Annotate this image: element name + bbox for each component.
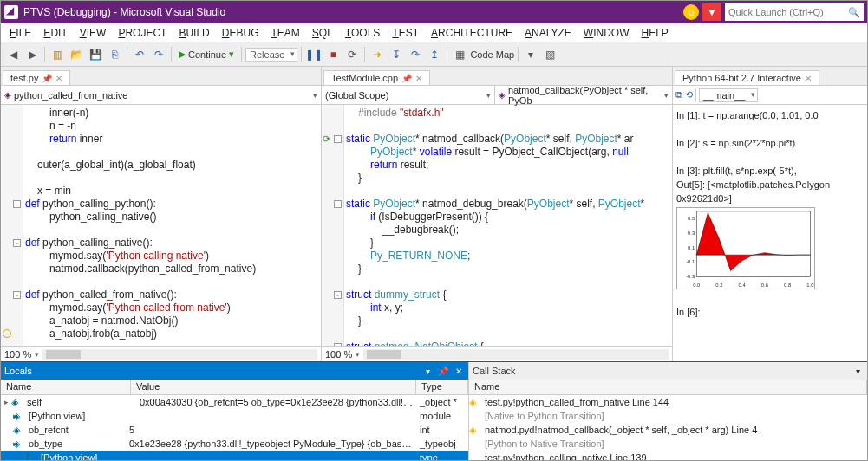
open-file-icon[interactable]: 📂 [68,46,85,63]
stop-icon[interactable]: ■ [324,46,342,63]
code-line[interactable] [25,276,319,289]
menu-help[interactable]: HELP [636,25,674,41]
close-icon[interactable]: ✕ [453,365,465,377]
restart-icon[interactable]: ⟳ [343,46,361,63]
undo-icon[interactable]: ↶ [131,46,148,63]
code-line[interactable] [25,172,319,185]
code-line[interactable]: return result; [346,159,670,172]
fold-icon[interactable]: - [334,291,342,299]
menu-edit[interactable]: EDIT [38,25,72,41]
codemap-label[interactable]: Code Map [470,49,514,60]
toolbar-extra2-icon[interactable]: ▧ [541,46,558,63]
menu-file[interactable]: FILE [4,25,36,41]
col-name[interactable]: Name [469,380,867,394]
close-icon[interactable]: ✕ [415,74,422,83]
new-project-icon[interactable]: ▥ [49,46,66,63]
locals-row[interactable]: ▸◈ob_type0x1e23ee28 {python33.dll!_typeo… [1,437,468,451]
locals-header[interactable]: Locals ▾ 📌 ✕ [1,362,468,380]
code-line[interactable] [346,120,670,133]
expand-icon[interactable]: ▾ [1,453,25,460]
code-line[interactable]: mymod.say('Python calling native') [25,250,319,263]
menu-sql[interactable]: SQL [307,25,338,41]
fold-icon[interactable]: - [13,239,21,247]
code-line[interactable]: static PyObject* natmod_callback(PyObjec… [346,133,670,146]
locals-rows[interactable]: ▸◈self0x00a43030 {ob_refcnt=5 ob_type=0x… [1,395,468,460]
code-line[interactable]: } [346,172,670,185]
code-line[interactable]: } [346,315,670,328]
code-line[interactable] [25,146,319,159]
code-line[interactable] [346,276,670,289]
callstack-row[interactable]: ◈test.py!python_called_from_native Line … [469,395,867,409]
code-line[interactable]: } [346,263,670,276]
menu-tools[interactable]: TOOLS [340,25,385,41]
h-scrollbar[interactable] [363,349,669,360]
locals-row[interactable]: ◈ob_refcnt5int [1,423,468,437]
code-line[interactable]: def python_calling_python(): [25,198,319,211]
mid-code-area[interactable]: #include "stdafx.h" static PyObject* nat… [322,105,672,346]
continue-button[interactable]: ▶ Continue ▾ [175,49,238,60]
callstack-rows[interactable]: ◈test.py!python_called_from_native Line … [469,395,867,460]
menu-team[interactable]: TEAM [265,25,304,41]
menu-window[interactable]: WINDOW [578,25,635,41]
left-scope-dropdown[interactable]: ◈python_called_from_native [1,86,321,104]
close-icon[interactable]: ✕ [55,74,62,83]
fold-icon[interactable]: - [13,200,21,208]
tab-testmodule-cpp[interactable]: TestModule.cpp 📌 ✕ [323,70,430,85]
menu-view[interactable]: VIEW [75,25,112,41]
tab-test-py[interactable]: test.py 📌 ✕ [3,70,70,85]
code-line[interactable]: if (IsDebuggerPresent()) { [346,211,670,224]
callstack-row[interactable]: ◈natmod.pyd!natmod_callback(_object * se… [469,423,867,437]
locals-row[interactable]: ▸◈[Python view]module [1,409,468,423]
menu-test[interactable]: TEST [387,25,424,41]
callstack-row[interactable]: test.py!python_calling_native Line 139 [469,451,867,460]
code-line[interactable]: a_natobj = natmod.NatObj() [25,315,319,328]
save-all-icon[interactable]: ⎘ [106,46,123,63]
locals-row[interactable]: ▾⨍[Python view]type [1,451,468,460]
code-line[interactable]: outer(a_global_int)(a_global_float) [25,159,319,172]
pin-icon[interactable]: 📌 [437,365,449,377]
search-icon[interactable]: 🔍 [848,7,860,18]
close-icon[interactable]: ✕ [805,74,812,83]
code-line[interactable]: #include "stdafx.h" [346,107,670,120]
zoom-level[interactable]: 100 % [4,349,31,360]
repl-prompt[interactable]: In [6]: [676,305,864,319]
locals-row[interactable]: ▸◈self0x00a43030 {ob_refcnt=5 ob_type=0x… [1,395,468,409]
code-line[interactable]: Py_RETURN_NONE; [346,250,670,263]
callstack-header[interactable]: Call Stack ▾ [469,362,867,380]
code-line[interactable]: __debugbreak(); [346,224,670,237]
zoom-level[interactable]: 100 % [325,349,352,360]
notifications-flag-icon[interactable]: ▼ [702,3,721,21]
quick-launch[interactable]: 🔍 [725,3,864,21]
expand-icon[interactable]: ▸ [1,412,13,420]
code-line[interactable] [346,185,670,198]
quick-launch-input[interactable] [728,7,848,17]
repl-output[interactable]: In [1]: t = np.arange(0.0, 1.01, 0.0 In … [673,105,867,361]
code-line[interactable]: inner(-n) [25,107,319,120]
code-line[interactable]: n = -n [25,120,319,133]
mid-scope-right-dropdown[interactable]: ◈natmod_callback(PyObject * self, PyOb [495,86,672,104]
left-code-area[interactable]: inner(-n)n = -nreturn inner outer(a_glob… [1,105,321,346]
code-line[interactable]: struct natmod_NatObjObject { [346,341,670,346]
menu-debug[interactable]: DEBUG [217,25,264,41]
pin-icon[interactable]: 📌 [401,74,412,83]
callstack-row[interactable]: [Native to Python Transition] [469,409,867,423]
feedback-smile-icon[interactable]: ☺ [683,4,699,20]
code-line[interactable]: natmod.callback(python_called_from_nativ… [25,263,319,276]
fold-icon[interactable]: - [334,135,342,143]
pin-icon[interactable]: 📌 [42,74,52,83]
code-line[interactable]: a_natobj.frob(a_natobj) [25,328,319,341]
expand-icon[interactable]: ▸ [1,439,13,448]
redo-icon[interactable]: ↷ [150,46,167,63]
code-line[interactable]: struct dummy_struct { [346,289,670,302]
menu-analyze[interactable]: ANALYZE [519,25,577,41]
mid-scope-left-dropdown[interactable]: (Global Scope) [322,86,495,104]
code-line[interactable]: def python_calling_native(): [25,237,319,250]
save-icon[interactable]: 💾 [87,46,104,63]
code-line[interactable]: def python_called_from_native(): [25,289,319,302]
code-line[interactable] [25,341,319,346]
code-line[interactable]: mymod.say('Python called from native') [25,302,319,315]
col-type[interactable]: Type [416,380,468,394]
code-line[interactable]: } [346,237,670,250]
code-line[interactable]: static PyObject* natmod_debug_break(PyOb… [346,198,670,211]
step-over-icon[interactable]: ↷ [407,46,424,63]
